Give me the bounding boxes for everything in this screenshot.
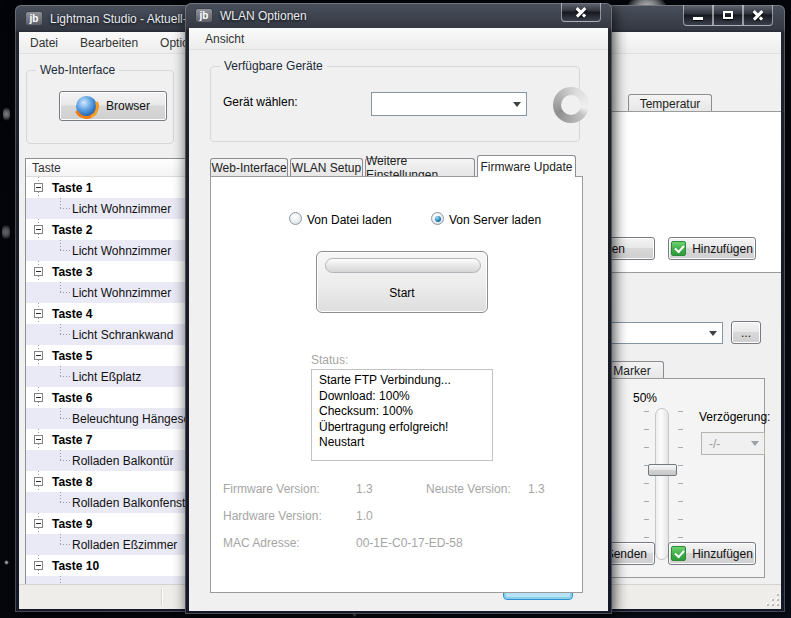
dialog-titlebar[interactable]: jb WLAN Optionen <box>185 3 612 28</box>
menu-bearbeiten[interactable]: Bearbeiten <box>69 32 149 54</box>
collapse-icon[interactable] <box>34 267 43 276</box>
radio-von-server-laden[interactable] <box>431 212 444 225</box>
tree-subitem[interactable]: Rolladen Balkontür <box>26 450 201 471</box>
tree-header[interactable]: Taste <box>26 159 201 177</box>
slider-ticks-left <box>644 411 649 558</box>
wlan-options-dialog: jb WLAN Optionen Ansicht Verfügbare Gerä… <box>185 3 612 614</box>
tree-item-label: Taste 10 <box>52 559 99 573</box>
close-button[interactable] <box>743 5 773 26</box>
tree-item-label: Taste 9 <box>52 517 92 531</box>
delay-dropdown[interactable]: -/- <box>701 432 765 455</box>
add-button-top[interactable]: Hinzufügen <box>668 237 756 260</box>
status-label: Status: <box>311 353 348 367</box>
dialog-close-button[interactable] <box>561 3 601 22</box>
collapse-icon[interactable] <box>34 477 43 486</box>
tree-subitem[interactable]: Licht Wohnzimmer <box>26 240 201 261</box>
tree-item-label: Taste 6 <box>52 391 92 405</box>
tree-item-label: Taste 5 <box>52 349 92 363</box>
delay-label: Verzögerung: <box>699 410 770 424</box>
add-button-top-label: Hinzufügen <box>692 242 753 256</box>
radio-von-datei-laden[interactable] <box>289 212 302 225</box>
collapse-icon[interactable] <box>34 393 43 402</box>
tab-wlan-setup[interactable]: WLAN Setup <box>290 158 363 176</box>
browser-icon <box>76 96 97 117</box>
tree-subitem-label: Licht Eßplatz <box>72 370 141 384</box>
tree-item-label: Taste 8 <box>52 475 92 489</box>
tree-subitem[interactable]: Licht Wohnzimmer <box>26 282 201 303</box>
status-textbox[interactable]: Starte FTP Verbindung... Download: 100% … <box>311 369 493 461</box>
tab-firmware-update[interactable]: Firmware Update <box>477 155 576 177</box>
tree-subitem[interactable]: Rolladen Eßzimmer <box>26 534 201 555</box>
tree-subitem[interactable]: Rolladen Balkonfenster <box>26 492 201 513</box>
tree-item-taste-4[interactable]: Taste 4 <box>26 303 201 324</box>
add-button-bottom-label: Hinzufügen <box>692 547 753 561</box>
chevron-down-icon[interactable] <box>508 93 526 115</box>
mac-address-value: 00-1E-C0-17-ED-58 <box>356 536 463 550</box>
tab-weitere-einstellungen[interactable]: Weitere Einstellungen <box>365 158 475 176</box>
start-button-label: Start <box>317 286 487 300</box>
tab-web-interface[interactable]: Web-Interface <box>210 158 288 176</box>
tree-item-label: Taste 7 <box>52 433 92 447</box>
app-icon: jb <box>195 8 213 23</box>
minimize-icon <box>693 17 703 20</box>
maximize-button[interactable] <box>713 5 743 26</box>
tree-item-label: Taste 3 <box>52 265 92 279</box>
mac-address-label: MAC Adresse: <box>223 536 300 550</box>
menu-datei[interactable]: Datei <box>19 32 69 54</box>
chevron-down-icon <box>746 441 764 446</box>
radio-von-datei-label: Von Datei laden <box>307 213 392 227</box>
check-icon <box>671 241 686 256</box>
tree-subitem-label: Licht Wohnzimmer <box>72 202 171 216</box>
tree-item-taste-10[interactable]: Taste 10 <box>26 555 201 576</box>
device-select-label: Gerät wählen: <box>223 95 298 109</box>
start-button[interactable]: Start <box>316 251 488 313</box>
tab-temperatur-label: Temperatur <box>640 97 701 111</box>
collapse-icon[interactable] <box>34 519 43 528</box>
volume-slider[interactable] <box>655 408 669 560</box>
device-combobox[interactable] <box>371 92 527 116</box>
tree-item-taste-9[interactable]: Taste 9 <box>26 513 201 534</box>
slider-thumb[interactable] <box>648 464 677 476</box>
tree-item-taste-8[interactable]: Taste 8 <box>26 471 201 492</box>
neuste-version-label: Neuste Version: <box>426 482 511 496</box>
collapse-icon[interactable] <box>34 351 43 360</box>
tree-item-label: Taste 4 <box>52 307 92 321</box>
tree-item-taste-2[interactable]: Taste 2 <box>26 219 201 240</box>
collapse-icon[interactable] <box>34 183 43 192</box>
close-icon <box>575 6 587 18</box>
menu-ansicht[interactable]: Ansicht <box>189 28 255 50</box>
tree-subitem[interactable]: Licht Wohnzimmer <box>26 198 201 219</box>
tree-subitem-label: Licht Wohnzimmer <box>72 244 171 258</box>
slider-ticks-right <box>678 411 683 558</box>
tree-item-taste-5[interactable]: Taste 5 <box>26 345 201 366</box>
dialog-menubar: Ansicht <box>189 28 608 50</box>
collapse-icon[interactable] <box>34 225 43 234</box>
taste-tree[interactable]: Taste Taste 1 Licht Wohnzimmer Taste 2 L… <box>25 158 202 609</box>
tree-subitem-label: Rolladen Balkonfenster <box>72 496 196 510</box>
collapse-icon[interactable] <box>34 561 43 570</box>
check-icon <box>671 546 686 561</box>
star <box>3 105 10 123</box>
minimize-button[interactable] <box>683 5 713 26</box>
browser-button[interactable]: Browser <box>59 91 167 121</box>
chevron-down-icon[interactable] <box>704 323 722 343</box>
more-button-label: ... <box>741 326 751 340</box>
tab-temperatur[interactable]: Temperatur <box>628 94 712 112</box>
tree-item-taste-1[interactable]: Taste 1 <box>26 177 201 198</box>
tree-subitem[interactable]: Beleuchtung Hängeschr <box>26 408 201 429</box>
web-interface-group-label: Web-Interface <box>36 63 119 77</box>
collapse-icon[interactable] <box>34 435 43 444</box>
add-button-bottom[interactable]: Hinzufügen <box>668 542 756 565</box>
collapse-icon[interactable] <box>34 309 43 318</box>
tree-item-taste-6[interactable]: Taste 6 <box>26 387 201 408</box>
main-window-title: Lightman Studio - Aktuell- W <box>50 12 201 26</box>
tree-subitem[interactable]: Licht Eßplatz <box>26 366 201 387</box>
resize-grip-icon[interactable] <box>767 594 779 606</box>
tree-subitem-label: Licht Schrankwand <box>72 328 173 342</box>
tree-subitem[interactable]: Licht Schrankwand <box>26 324 201 345</box>
tree-item-taste-3[interactable]: Taste 3 <box>26 261 201 282</box>
app-icon: jb <box>25 11 43 26</box>
tree-item-taste-7[interactable]: Taste 7 <box>26 429 201 450</box>
more-button[interactable]: ... <box>731 321 761 344</box>
hardware-version-label: Hardware Version: <box>223 509 322 523</box>
